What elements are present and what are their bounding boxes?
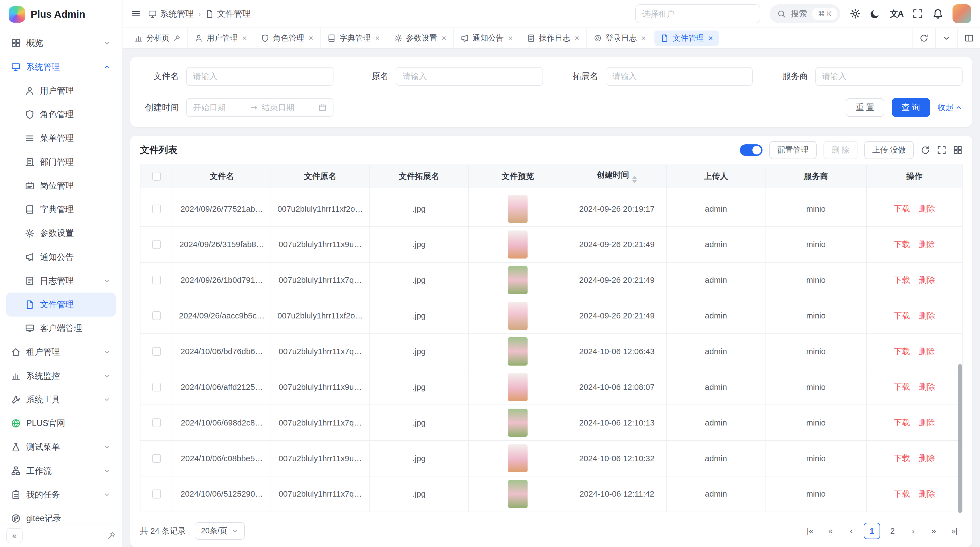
config-manage-button[interactable]: 配置管理 bbox=[769, 141, 817, 159]
download-link[interactable]: 下载 bbox=[894, 454, 910, 462]
delete-link[interactable]: 删除 bbox=[919, 204, 935, 213]
page-next[interactable]: › bbox=[905, 523, 921, 539]
table-columns-button[interactable] bbox=[953, 145, 962, 155]
end-date-input[interactable] bbox=[262, 103, 315, 112]
tab-close-icon[interactable]: × bbox=[309, 34, 313, 42]
tab-close-icon[interactable]: × bbox=[708, 34, 713, 42]
tab-close-icon[interactable]: × bbox=[508, 34, 513, 42]
tab-5[interactable]: 通知公告× bbox=[454, 28, 520, 48]
tab-actions-dropdown[interactable] bbox=[935, 28, 958, 48]
tab-refresh-button[interactable] bbox=[913, 28, 935, 48]
row-checkbox[interactable] bbox=[152, 311, 161, 320]
sidebar-item-13[interactable]: 租户管理 bbox=[6, 340, 116, 364]
row-checkbox[interactable] bbox=[152, 276, 161, 284]
breadcrumb-item-files[interactable]: 文件管理 bbox=[205, 8, 251, 20]
menu-toggle-button[interactable] bbox=[131, 9, 140, 18]
download-link[interactable]: 下载 bbox=[894, 382, 910, 391]
reset-button[interactable]: 重 置 bbox=[846, 98, 884, 117]
tab-close-icon[interactable]: × bbox=[242, 34, 247, 42]
sidebar-item-5[interactable]: 部门管理 bbox=[6, 150, 116, 174]
sidebar-pin-icon[interactable] bbox=[108, 531, 116, 540]
tab-3[interactable]: 字典管理× bbox=[321, 28, 387, 48]
tab-0[interactable]: 分析页 bbox=[127, 28, 188, 48]
sidebar-item-7[interactable]: 字典管理 bbox=[6, 198, 116, 221]
app-logo[interactable]: Plus Admin bbox=[0, 0, 122, 29]
row-checkbox[interactable] bbox=[152, 347, 161, 356]
sidebar-item-15[interactable]: 系统工具 bbox=[6, 388, 116, 411]
sidebar-item-16[interactable]: PLUS官网 bbox=[6, 411, 116, 435]
layout-toggle-button[interactable] bbox=[958, 28, 980, 48]
provider-input[interactable] bbox=[815, 67, 963, 86]
file-preview-image[interactable] bbox=[508, 230, 527, 258]
sidebar-item-9[interactable]: 通知公告 bbox=[6, 245, 116, 269]
sidebar-item-1[interactable]: 系统管理 bbox=[6, 55, 116, 79]
breadcrumb-item-system[interactable]: 系统管理 bbox=[148, 8, 194, 20]
sidebar-item-6[interactable]: 岗位管理 bbox=[6, 174, 116, 198]
extension-input[interactable] bbox=[606, 67, 753, 86]
file-preview-image[interactable] bbox=[508, 266, 527, 294]
download-link[interactable]: 下载 bbox=[894, 347, 910, 356]
tab-4[interactable]: 参数设置× bbox=[387, 28, 454, 48]
tab-1[interactable]: 用户管理× bbox=[188, 28, 254, 48]
tab-6[interactable]: 操作日志× bbox=[520, 28, 587, 48]
upload-button[interactable]: 上传 没做 bbox=[864, 141, 914, 159]
table-fullscreen-button[interactable] bbox=[937, 145, 946, 155]
row-checkbox[interactable] bbox=[152, 490, 161, 498]
sidebar-item-19[interactable]: 我的任务 bbox=[6, 483, 116, 506]
sidebar-item-4[interactable]: 菜单管理 bbox=[6, 126, 116, 150]
file-preview-image[interactable] bbox=[508, 408, 527, 437]
sidebar-item-2[interactable]: 用户管理 bbox=[6, 79, 116, 102]
page-1[interactable]: 1 bbox=[864, 523, 880, 539]
page-prev[interactable]: ‹ bbox=[843, 523, 859, 539]
sidebar-item-14[interactable]: 系统监控 bbox=[6, 364, 116, 388]
file-preview-image[interactable] bbox=[508, 195, 527, 223]
delete-link[interactable]: 删除 bbox=[919, 382, 935, 391]
tab-close-icon[interactable]: × bbox=[575, 34, 579, 42]
global-search-button[interactable]: 搜索 ⌘ K bbox=[770, 4, 840, 23]
sidebar-item-18[interactable]: 工作流 bbox=[6, 459, 116, 483]
page-2[interactable]: 2 bbox=[885, 523, 901, 539]
settings-button[interactable] bbox=[850, 8, 861, 19]
row-checkbox[interactable] bbox=[152, 454, 161, 463]
notifications-button[interactable] bbox=[932, 8, 943, 19]
tab-close-icon[interactable]: × bbox=[641, 34, 646, 42]
page-size-select[interactable]: 20条/页 bbox=[195, 522, 245, 540]
user-avatar[interactable] bbox=[953, 4, 971, 23]
download-link[interactable]: 下载 bbox=[894, 204, 910, 213]
file-preview-image[interactable] bbox=[508, 302, 527, 330]
original-name-input[interactable] bbox=[396, 67, 543, 86]
file-preview-image[interactable] bbox=[508, 337, 527, 365]
date-range-picker[interactable] bbox=[186, 98, 334, 117]
tab-2[interactable]: 角色管理× bbox=[254, 28, 321, 48]
tenant-select-input[interactable] bbox=[635, 4, 760, 23]
translate-button[interactable]: 文A bbox=[890, 8, 903, 20]
delete-link[interactable]: 删除 bbox=[919, 418, 935, 427]
download-link[interactable]: 下载 bbox=[894, 418, 910, 427]
download-link[interactable]: 下载 bbox=[894, 240, 910, 249]
collapse-filters-link[interactable]: 收起 bbox=[937, 102, 963, 113]
row-checkbox[interactable] bbox=[152, 240, 161, 249]
tab-close-icon[interactable]: × bbox=[375, 34, 380, 42]
start-date-input[interactable] bbox=[193, 103, 246, 112]
sidebar-item-0[interactable]: 概览 bbox=[6, 31, 116, 55]
tab-7[interactable]: 登录日志× bbox=[587, 28, 653, 48]
sort-icon[interactable] bbox=[632, 176, 637, 183]
sidebar-item-10[interactable]: 日志管理 bbox=[6, 269, 116, 293]
dark-mode-button[interactable] bbox=[870, 8, 880, 19]
config-toggle[interactable] bbox=[740, 144, 762, 156]
column-header[interactable]: 创建时间 bbox=[567, 165, 667, 188]
sidebar-item-12[interactable]: 客户端管理 bbox=[6, 317, 116, 340]
search-button[interactable]: 查 询 bbox=[892, 98, 930, 117]
table-refresh-button[interactable] bbox=[921, 145, 930, 155]
download-link[interactable]: 下载 bbox=[894, 489, 910, 498]
fullscreen-button[interactable] bbox=[913, 8, 923, 19]
select-all-checkbox[interactable] bbox=[152, 172, 161, 180]
download-link[interactable]: 下载 bbox=[894, 276, 910, 284]
sidebar-item-8[interactable]: 参数设置 bbox=[6, 222, 116, 245]
delete-link[interactable]: 删除 bbox=[919, 347, 935, 356]
sidebar-item-3[interactable]: 角色管理 bbox=[6, 102, 116, 126]
sidebar-item-17[interactable]: 测试菜单 bbox=[6, 435, 116, 459]
sidebar-item-20[interactable]: gitee记录 bbox=[6, 506, 116, 523]
delete-link[interactable]: 删除 bbox=[919, 454, 935, 462]
page-last[interactable]: »| bbox=[946, 523, 963, 539]
